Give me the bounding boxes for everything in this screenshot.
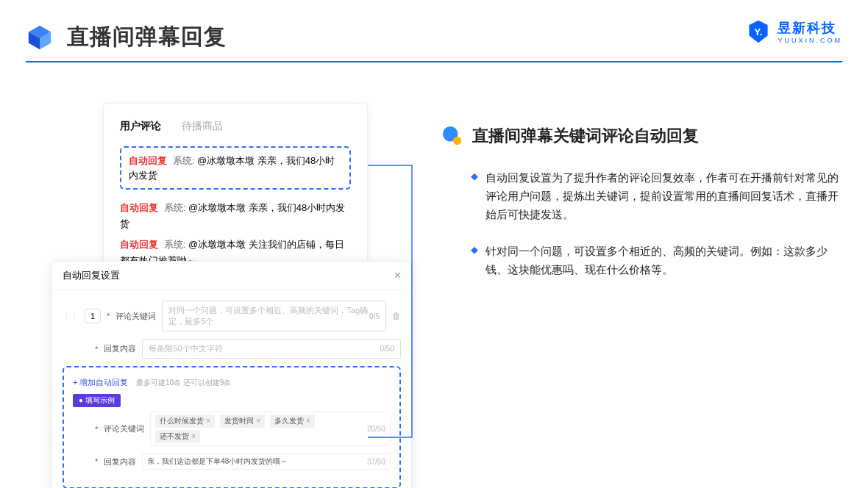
- brand-name: 昱新科技: [778, 19, 842, 37]
- index-box: 1: [85, 309, 101, 323]
- highlighted-comment: 自动回复 系统: @冰墩墩本墩 亲亲，我们48小时内发货: [120, 146, 351, 190]
- example-keyword-input[interactable]: 什么时候发货发货时间多久发货还不发货 20/50: [150, 412, 391, 446]
- cube-icon: [26, 24, 54, 51]
- drag-handle-icon[interactable]: ⋮⋮: [63, 312, 79, 321]
- tab-pending-goods[interactable]: 待播商品: [182, 120, 223, 133]
- keyword-tag[interactable]: 什么时候发货: [155, 415, 215, 428]
- keyword-tag[interactable]: 发货时间: [220, 415, 265, 428]
- required-mark: *: [107, 312, 110, 320]
- bullet-2: ◆ 针对同一个问题，可设置多个相近的、高频的关键词。例如：这款多少钱、这块能优惠…: [441, 243, 839, 279]
- brand: Y. 昱新科技 YUUXIN.COM: [745, 18, 842, 45]
- keyword-tag[interactable]: 还不发货: [155, 430, 200, 443]
- page-title: 直播间弹幕回复: [67, 22, 227, 52]
- example-pill: ● 填写示例: [73, 394, 121, 407]
- reply-input[interactable]: 每条限50个中文字符 0/50: [142, 339, 401, 359]
- keyword-tag[interactable]: 多久发货: [270, 415, 315, 428]
- section-title: 直播间弹幕关键词评论自动回复: [472, 125, 699, 147]
- example-block: + 增加自动回复 最多可建10条 还可以创建9条 ● 填写示例 * 评论关键词 …: [63, 366, 401, 488]
- bullet-1: ◆ 自动回复设置为了提升作者的评论回复效率，作者可在开播前针对常见的评论用户问题…: [441, 169, 839, 223]
- keyword-input[interactable]: 对同一个问题，可设置多个相近、高频的关键词，Tag确定，最多5个 0/5: [162, 301, 386, 331]
- reply-label: 回复内容: [104, 343, 136, 354]
- diamond-icon: ◆: [471, 171, 478, 223]
- chat-bubble-icon: [441, 125, 463, 147]
- settings-title: 自动回复设置: [63, 269, 120, 282]
- auto-reply-settings-panel: 自动回复设置 × ⋮⋮ 1 * 评论关键词 对同一个问题，可设置多个相近、高频的…: [51, 261, 412, 488]
- brand-sub: YUUXIN.COM: [778, 37, 842, 44]
- diamond-icon: ◆: [471, 244, 478, 279]
- brand-logo-icon: Y.: [745, 18, 772, 45]
- auto-reply-badge: 自动回复: [129, 155, 167, 166]
- comment-row: 自动回复 系统: @冰墩墩本墩 亲亲，我们48小时内发货: [120, 200, 351, 232]
- example-reply-input[interactable]: 亲，我们这边都是下单48小时内发货的哦～ 37/50: [142, 453, 391, 470]
- keyword-label: 评论关键词: [115, 311, 156, 322]
- header-divider: [26, 61, 842, 62]
- add-auto-reply-link[interactable]: + 增加自动回复: [73, 378, 128, 387]
- svg-point-5: [453, 137, 461, 145]
- system-label: 系统:: [173, 155, 195, 166]
- close-icon[interactable]: ×: [394, 269, 401, 282]
- svg-text:Y.: Y.: [755, 26, 763, 37]
- delete-icon[interactable]: 🗑: [392, 311, 401, 321]
- add-note: 最多可建10条 还可以创建9条: [136, 378, 231, 387]
- tab-user-comments[interactable]: 用户评论: [120, 120, 161, 133]
